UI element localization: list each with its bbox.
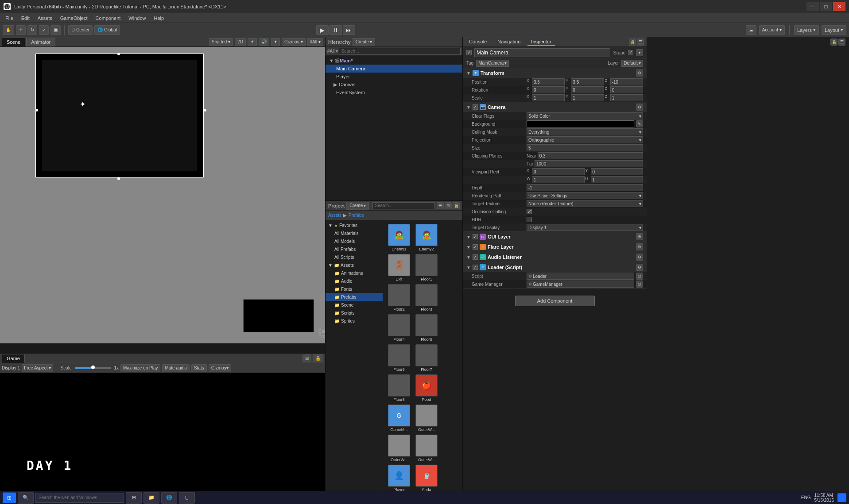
tab-game[interactable]: Game: [2, 354, 25, 363]
occlusion-checkbox[interactable]: ✓: [527, 209, 532, 214]
asset-enemy2[interactable]: 🧟 Enemy2: [414, 224, 439, 251]
space-button[interactable]: 🌐 Global: [94, 25, 120, 35]
static-dropdown[interactable]: ▾: [636, 49, 643, 56]
project-favorites[interactable]: ▼ ★ Favorites: [326, 221, 383, 229]
maximize-button[interactable]: □: [820, 2, 832, 11]
scene-shaded[interactable]: Shaded ▾: [209, 38, 233, 46]
tool-hand[interactable]: ✋: [3, 25, 14, 35]
handle-bottom[interactable]: [117, 177, 120, 180]
hierarchy-lock[interactable]: 🔒: [830, 38, 837, 46]
asset-gamem[interactable]: G GameM...: [387, 404, 411, 432]
gui-layer-settings[interactable]: ⚙: [636, 233, 643, 240]
scale-x-field[interactable]: 1: [532, 94, 565, 101]
scale-z-field[interactable]: 1: [610, 94, 643, 101]
vp-w[interactable]: 1: [532, 176, 585, 183]
project-lock[interactable]: 🔒: [453, 202, 460, 209]
add-component-button[interactable]: Add Component: [515, 296, 595, 306]
camera-settings-btn[interactable]: ⚙: [636, 104, 643, 111]
camera-header[interactable]: ▼ ✓ 📷 Camera ⚙: [463, 102, 647, 112]
pos-y-field[interactable]: 3.5: [571, 78, 604, 85]
game-manager-select[interactable]: ◎: [636, 281, 643, 288]
pause-button[interactable]: ⏸: [330, 25, 342, 35]
layers-dropdown[interactable]: Layers ▾: [794, 25, 819, 35]
stats-btn[interactable]: Stats: [191, 364, 207, 372]
inspector-lock[interactable]: 🔒: [629, 38, 636, 46]
menu-gameobject[interactable]: GameObject: [57, 15, 91, 22]
gui-layer-header[interactable]: ▼ ✓ G GUI Layer ⚙: [463, 232, 647, 242]
fav-all-scripts[interactable]: All Scripts: [326, 253, 383, 261]
menu-assets[interactable]: Assets: [34, 15, 56, 22]
tool-scale[interactable]: ⤢: [39, 25, 49, 35]
object-name-input[interactable]: [474, 48, 610, 57]
asset-floor6[interactable]: Floor6: [387, 344, 411, 372]
flare-layer-settings[interactable]: ⚙: [636, 243, 643, 250]
taskbar-file-explorer[interactable]: 📁: [143, 492, 159, 504]
folder-sprites[interactable]: 📁 Sprites: [326, 317, 383, 325]
loader-settings[interactable]: ⚙: [636, 264, 643, 271]
asset-player[interactable]: 👤 Player: [387, 465, 411, 491]
asset-floor4[interactable]: Floor4: [387, 314, 411, 342]
menu-file[interactable]: File: [2, 15, 17, 22]
pivot-button[interactable]: ⊙ Center: [68, 25, 93, 35]
asset-food[interactable]: 🍎 Food: [414, 374, 439, 402]
folder-scripts[interactable]: 📁 Scripts: [326, 309, 383, 317]
hierarchy-item-canvas[interactable]: ▶ Canvas: [326, 81, 462, 88]
taskbar-search-input[interactable]: [35, 493, 124, 503]
scene-sound[interactable]: 🔊: [259, 38, 269, 46]
transform-header[interactable]: ▼ T Transform ⚙: [463, 68, 647, 78]
project-assets-folder[interactable]: ▼ 📁 Assets: [326, 261, 383, 269]
rot-z-field[interactable]: 0: [610, 86, 643, 93]
projection-dropdown[interactable]: Orthographic ▾: [527, 136, 643, 143]
static-checkbox[interactable]: ✓: [628, 50, 633, 55]
asset-floor1[interactable]: Floor1: [414, 254, 439, 281]
audio-listener-settings[interactable]: ⚙: [636, 254, 643, 261]
size-field[interactable]: 5: [527, 144, 643, 151]
path-assets[interactable]: Assets: [328, 213, 341, 218]
fav-all-materials[interactable]: All Materials: [326, 229, 383, 237]
vp-h[interactable]: 1: [591, 176, 644, 183]
object-active-checkbox[interactable]: ✓: [466, 50, 472, 55]
close-button[interactable]: ✕: [833, 2, 845, 11]
game-collapse[interactable]: ⊞: [302, 354, 311, 362]
layout-dropdown[interactable]: Layout ▾: [822, 25, 846, 35]
hierarchy-search-input[interactable]: [339, 48, 461, 55]
tab-scene[interactable]: Scene: [2, 38, 25, 46]
fav-all-models[interactable]: All Models: [326, 237, 383, 245]
hierarchy-item-main-camera[interactable]: Main Camera: [326, 65, 462, 73]
account-button[interactable]: Account ▾: [759, 25, 785, 35]
depth-field[interactable]: -1: [527, 184, 643, 191]
game-lock[interactable]: 🔒: [313, 354, 323, 362]
rendering-path-dropdown[interactable]: Use Player Settings ▾: [527, 192, 643, 199]
asset-floor5[interactable]: Floor5: [414, 314, 439, 342]
step-button[interactable]: ⏭: [343, 25, 355, 35]
far-field[interactable]: 1000: [535, 160, 643, 167]
pos-z-field[interactable]: -10: [610, 78, 643, 85]
hierarchy-create-btn[interactable]: Create ▾: [353, 38, 375, 46]
asset-outerw1[interactable]: OuterW...: [414, 404, 439, 432]
tag-dropdown[interactable]: MainCamera ▾: [476, 60, 509, 67]
folder-audio[interactable]: 📁 Audio: [326, 277, 383, 285]
menu-window[interactable]: Window: [125, 15, 149, 22]
scale-slider[interactable]: [75, 367, 111, 369]
background-eyedropper[interactable]: ✎: [636, 120, 643, 127]
taskbar-task-view[interactable]: ⊟: [126, 492, 142, 504]
handle-top[interactable]: [117, 53, 120, 55]
tool-rotate[interactable]: ↻: [27, 25, 37, 35]
hierarchy-menu[interactable]: ☰: [838, 38, 845, 46]
scene-gizmos[interactable]: Gizmos ▾: [282, 38, 306, 46]
scene-light[interactable]: ☀: [248, 38, 257, 46]
asset-outerw3[interactable]: OuterW...: [414, 435, 439, 462]
flare-layer-enabled[interactable]: ✓: [473, 244, 478, 250]
taskbar-unity[interactable]: U: [179, 492, 195, 504]
culling-mask-dropdown[interactable]: Everything ▾: [527, 128, 643, 135]
folder-animations[interactable]: 📁 Animations: [326, 269, 383, 277]
taskbar-notifications[interactable]: [837, 493, 846, 502]
tool-rect[interactable]: ▣: [50, 25, 61, 35]
game-manager-field[interactable]: ⚙ GameManager: [527, 281, 634, 288]
folder-prefabs[interactable]: 📁 Prefabs: [326, 293, 383, 301]
pos-x-field[interactable]: 3.5: [532, 78, 565, 85]
target-texture-dropdown[interactable]: None (Render Texture) ▾: [527, 200, 643, 207]
project-create-btn[interactable]: Create ▾: [346, 202, 369, 210]
aspect-dropdown[interactable]: Free Aspect ▾: [22, 364, 53, 372]
folder-fonts[interactable]: 📁 Fonts: [326, 285, 383, 293]
